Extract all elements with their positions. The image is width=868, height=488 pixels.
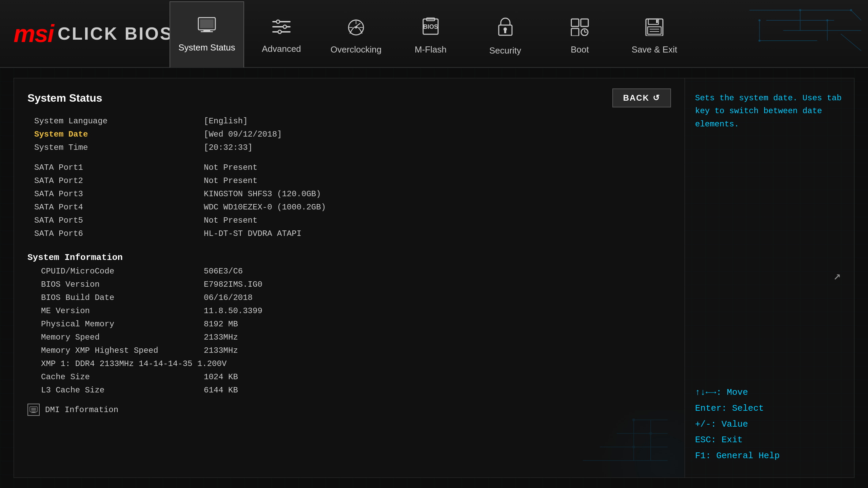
- table-row: SATA Port2 Not Present: [27, 174, 671, 187]
- label-sata-port3: SATA Port3: [27, 189, 204, 199]
- help-description: Sets the system date. Uses tab key to sw…: [695, 92, 844, 131]
- mouse-cursor-icon: ↗: [833, 268, 841, 283]
- svg-point-9: [278, 30, 281, 34]
- value-sata-port4: WDC WD10EZEX-0 (1000.2GB): [204, 203, 326, 212]
- tab-m-flash[interactable]: BIOS M-Flash: [393, 5, 468, 67]
- tab-security-label: Security: [489, 45, 521, 56]
- table-row: Physical Memory 8192 MB: [27, 318, 671, 331]
- svg-rect-22: [571, 19, 579, 26]
- table-row: SATA Port4 WDC WD10EZEX-0 (1000.2GB): [27, 201, 671, 214]
- label-bios-version: BIOS Version: [27, 280, 204, 289]
- hint-row: F1: General Help: [695, 448, 844, 464]
- dmi-icon: [27, 404, 40, 416]
- svg-rect-3: [201, 31, 213, 32]
- table-row: ME Version 11.8.50.3399: [27, 304, 671, 318]
- tab-save-exit[interactable]: Save & Exit: [617, 5, 692, 67]
- svg-rect-2: [203, 30, 210, 31]
- table-row[interactable]: System Date [Wed 09/12/2018]: [27, 128, 671, 141]
- svg-point-40: [799, 9, 801, 11]
- tab-system-status-label: System Status: [178, 42, 235, 53]
- value-cpuid: 506E3/C6: [204, 267, 243, 276]
- table-row: System Language [English]: [27, 115, 671, 128]
- hint-row: ESC: Exit: [695, 432, 844, 448]
- save-exit-icon: [644, 17, 665, 40]
- svg-rect-23: [581, 19, 588, 26]
- info-table: System Language [English] System Date [W…: [27, 115, 671, 397]
- table-row: BIOS Version E7982IMS.IG0: [27, 278, 671, 291]
- content-panel: System Status BACK ↺ System Language [En…: [14, 78, 685, 478]
- tab-boot[interactable]: Boot: [542, 5, 617, 67]
- value-sata-port6: HL-DT-ST DVDRA ATAPI: [204, 229, 301, 238]
- hint-key-esc: ESC: Exit: [695, 435, 743, 445]
- svg-rect-1: [200, 19, 214, 28]
- label-memory-speed: Memory Speed: [27, 333, 204, 342]
- table-row: Memory Speed 2133MHz: [27, 331, 671, 344]
- label-cache-size: Cache Size: [27, 372, 204, 382]
- right-panel: Sets the system date. Uses tab key to sw…: [685, 78, 854, 478]
- label-system-language: System Language: [27, 117, 204, 126]
- label-system-time: System Time: [27, 143, 204, 152]
- value-physical-memory: 8192 MB: [204, 320, 238, 329]
- tab-advanced-label: Advanced: [262, 44, 301, 54]
- value-cache-size: 1024 KB: [204, 372, 238, 382]
- main-content: System Status BACK ↺ System Language [En…: [0, 68, 868, 488]
- label-sata-port1: SATA Port1: [27, 163, 204, 172]
- tab-overclocking[interactable]: Overclocking: [319, 5, 393, 67]
- svg-rect-49: [31, 408, 36, 411]
- hint-key-enter: Enter: Select: [695, 403, 764, 413]
- svg-point-47: [758, 19, 761, 21]
- value-memory-speed: 2133MHz: [204, 333, 238, 342]
- label-sata-port5: SATA Port5: [27, 216, 204, 225]
- label-memory-xmp: Memory XMP Highest Speed: [27, 346, 204, 355]
- value-bios-build-date: 06/16/2018: [204, 293, 253, 302]
- svg-text:BIOS: BIOS: [423, 23, 438, 30]
- svg-rect-51: [31, 412, 36, 413]
- svg-point-8: [283, 25, 287, 28]
- label-sata-port2: SATA Port2: [27, 176, 204, 185]
- advanced-icon: [271, 18, 292, 40]
- hint-row: Enter: Select: [695, 401, 844, 416]
- system-status-icon: [197, 17, 217, 38]
- table-row: System Information: [27, 247, 671, 265]
- tab-boot-label: Boot: [571, 44, 589, 55]
- value-l3-cache: 6144 KB: [204, 386, 238, 395]
- tab-save-exit-label: Save & Exit: [632, 44, 677, 55]
- msi-brand: msi: [14, 21, 54, 46]
- svg-line-15: [356, 23, 360, 26]
- svg-rect-30: [656, 20, 658, 23]
- label-xmp-info: XMP 1: DDR4 2133MHz 14-14-14-35 1.200V: [27, 359, 226, 368]
- label-bios-build-date: BIOS Build Date: [27, 293, 204, 302]
- value-sata-port1: Not Present: [204, 163, 257, 172]
- product-name: CLICK BIOS: [58, 23, 173, 44]
- tab-m-flash-label: M-Flash: [415, 44, 447, 55]
- table-row: SATA Port1 Not Present: [27, 161, 671, 174]
- svg-point-7: [276, 20, 280, 23]
- value-me-version: 11.8.50.3399: [204, 306, 262, 316]
- svg-rect-31: [648, 27, 661, 34]
- hint-key-move: ↑↓←→: Move: [695, 387, 748, 398]
- tab-system-status[interactable]: System Status: [170, 1, 244, 67]
- back-button[interactable]: BACK ↺: [612, 88, 671, 107]
- tab-advanced[interactable]: Advanced: [244, 5, 319, 67]
- value-system-language: [English]: [204, 117, 248, 126]
- svg-point-41: [826, 19, 828, 21]
- table-row: CPUID/MicroCode 506E3/C6: [27, 265, 671, 278]
- circuit-decoration: [732, 0, 868, 68]
- back-arrow-icon: ↺: [653, 93, 660, 103]
- security-icon: [496, 17, 515, 41]
- value-bios-version: E7982IMS.IG0: [204, 280, 262, 289]
- value-sata-port3: KINGSTON SHFS3 (120.0GB): [204, 189, 321, 199]
- table-row: SATA Port6 HL-DT-ST DVDRA ATAPI: [27, 227, 671, 240]
- boot-icon: [570, 17, 590, 40]
- value-sata-port5: Not Present: [204, 216, 257, 225]
- hint-key-value: +/-: Value: [695, 419, 748, 429]
- tab-security[interactable]: Security: [468, 5, 542, 67]
- label-system-information: System Information: [27, 252, 204, 263]
- table-row: SATA Port3 KINGSTON SHFS3 (120.0GB): [27, 187, 671, 201]
- label-physical-memory: Physical Memory: [27, 320, 204, 329]
- svg-point-42: [850, 9, 852, 11]
- label-system-date: System Date: [27, 130, 204, 139]
- table-row: System Time [20:32:33]: [27, 141, 671, 154]
- label-cpuid: CPUID/MicroCode: [27, 267, 204, 276]
- table-row: Memory XMP Highest Speed 2133MHz: [27, 344, 671, 357]
